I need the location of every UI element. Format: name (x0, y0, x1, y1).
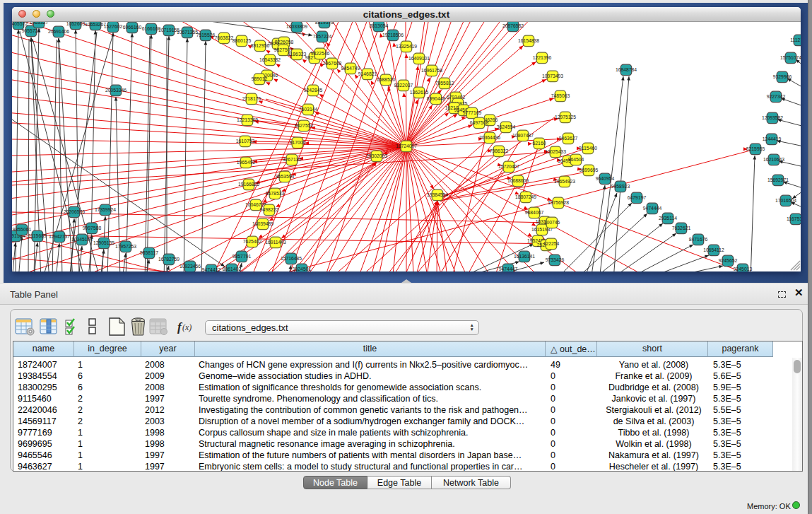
svg-text:1965492: 1965492 (237, 160, 256, 165)
svg-text:9733426: 9733426 (546, 257, 565, 262)
svg-text:7603144: 7603144 (299, 107, 318, 112)
svg-text:1610753: 1610753 (236, 139, 255, 144)
svg-text:18724007: 18724007 (396, 144, 417, 148)
svg-text:7955812: 7955812 (435, 81, 454, 86)
svg-text:1221396: 1221396 (533, 55, 552, 60)
svg-text:16210643: 16210643 (763, 157, 784, 162)
svg-text:16154838: 16154838 (518, 38, 539, 43)
svg-text:20206576: 20206576 (64, 209, 85, 214)
svg-text:8226058: 8226058 (275, 40, 294, 45)
svg-text:15692971: 15692971 (767, 177, 789, 182)
svg-text:12905135: 12905135 (93, 240, 114, 245)
svg-text:9474412: 9474412 (202, 267, 221, 271)
svg-text:17016504: 17016504 (775, 198, 796, 203)
svg-text:19166825: 19166825 (238, 182, 259, 187)
svg-text:9640954: 9640954 (596, 176, 615, 181)
svg-text:7632621: 7632621 (672, 226, 691, 230)
svg-text:(x): (x) (182, 322, 192, 332)
svg-text:7485063: 7485063 (551, 93, 570, 98)
svg-text:10671355: 10671355 (177, 30, 198, 35)
svg-text:29302003: 29302003 (366, 153, 387, 158)
svg-text:7857224: 7857224 (313, 34, 332, 39)
svg-text:1527602: 1527602 (104, 24, 123, 29)
svg-text:9355061: 9355061 (13, 227, 32, 232)
svg-text:6966160: 6966160 (123, 25, 142, 30)
svg-text:6479197: 6479197 (628, 195, 647, 200)
svg-text:19218506: 19218506 (382, 33, 404, 37)
svg-text:3624554: 3624554 (497, 124, 516, 129)
svg-text:9474447: 9474447 (499, 267, 518, 271)
svg-text:8215955: 8215955 (746, 146, 765, 151)
svg-text:2935114: 2935114 (659, 216, 677, 221)
svg-text:10688609: 10688609 (507, 178, 529, 183)
svg-text:13325419: 13325419 (396, 44, 417, 49)
svg-text:2718176: 2718176 (242, 96, 261, 101)
svg-text:917006: 917006 (290, 140, 306, 145)
svg-text:8860125: 8860125 (233, 38, 252, 43)
svg-text:3267130: 3267130 (283, 157, 302, 162)
svg-text:10807487: 10807487 (512, 133, 534, 138)
svg-text:1588520: 1588520 (377, 77, 396, 82)
svg-text:9858117: 9858117 (140, 250, 158, 255)
svg-text:9857791: 9857791 (233, 254, 252, 259)
svg-text:10973493: 10973493 (542, 74, 563, 78)
svg-text:18807249: 18807249 (515, 194, 536, 199)
svg-text:8427552: 8427552 (295, 123, 314, 128)
svg-text:1244419: 1244419 (763, 136, 782, 141)
svg-text:1112784: 1112784 (790, 37, 801, 42)
svg-text:20053346: 20053346 (105, 88, 126, 93)
svg-text:15751074: 15751074 (780, 55, 801, 60)
svg-text:8186323: 8186323 (288, 52, 307, 57)
svg-text:17359924: 17359924 (95, 207, 116, 212)
svg-text:1115689: 1115689 (28, 233, 47, 238)
svg-text:15720407: 15720407 (498, 164, 519, 169)
svg-text:9498222: 9498222 (260, 207, 279, 212)
svg-text:16961758: 16961758 (421, 68, 442, 73)
svg-text:122254: 122254 (543, 241, 560, 246)
svg-text:8813054: 8813054 (370, 23, 389, 28)
svg-text:17957253: 17957253 (115, 244, 136, 249)
svg-text:9699695: 9699695 (579, 168, 599, 173)
svg-text:9822546: 9822546 (311, 51, 330, 56)
svg-text:9463627: 9463627 (559, 136, 578, 141)
svg-text:7986322: 7986322 (490, 148, 509, 153)
svg-text:9115460: 9115460 (579, 146, 597, 151)
svg-text:16033809: 16033809 (286, 24, 307, 29)
svg-text:9997588: 9997588 (83, 226, 102, 230)
svg-text:1167533: 1167533 (787, 216, 801, 221)
svg-text:12975125: 12975125 (555, 115, 576, 119)
svg-text:20876582: 20876582 (502, 23, 524, 28)
svg-text:1063327: 1063327 (30, 22, 49, 25)
svg-text:16782759: 16782759 (158, 257, 180, 262)
svg-text:16543382: 16543382 (259, 57, 281, 62)
svg-text:1362615: 1362615 (410, 90, 429, 95)
svg-text:12093582: 12093582 (762, 115, 783, 120)
svg-text:62160: 62160 (533, 141, 546, 146)
svg-text:19654923: 19654923 (554, 179, 575, 184)
svg-text:9245013: 9245013 (734, 267, 753, 271)
svg-text:10025433: 10025433 (545, 149, 566, 154)
svg-text:16409101: 16409101 (408, 56, 430, 61)
svg-text:16911443: 16911443 (265, 240, 286, 245)
svg-text:14039489: 14039489 (252, 221, 273, 226)
svg-text:10923456: 10923456 (180, 264, 201, 269)
svg-text:10345194: 10345194 (71, 237, 93, 242)
svg-text:9924501: 9924501 (293, 267, 312, 271)
svg-text:9245652: 9245652 (719, 258, 738, 263)
svg-text:15716485: 15716485 (281, 256, 302, 261)
svg-text:2405572: 2405572 (12, 22, 28, 26)
svg-text:9055724: 9055724 (22, 28, 41, 33)
svg-text:9653594: 9653594 (276, 174, 295, 179)
svg-text:8990448: 8990448 (427, 96, 446, 101)
svg-text:8678533: 8678533 (266, 191, 285, 196)
svg-text:8454749: 8454749 (341, 66, 360, 71)
svg-text:20691406: 20691406 (48, 29, 69, 34)
svg-text:9474444: 9474444 (643, 206, 662, 211)
svg-text:16848784: 16848784 (616, 67, 637, 72)
svg-text:10653267: 10653267 (85, 22, 106, 27)
svg-text:9958923: 9958923 (611, 184, 630, 189)
svg-text:8322037: 8322037 (394, 83, 413, 88)
svg-text:964504: 964504 (568, 157, 584, 162)
svg-text:8471676: 8471676 (689, 237, 708, 242)
svg-text:12213369: 12213369 (237, 117, 258, 122)
